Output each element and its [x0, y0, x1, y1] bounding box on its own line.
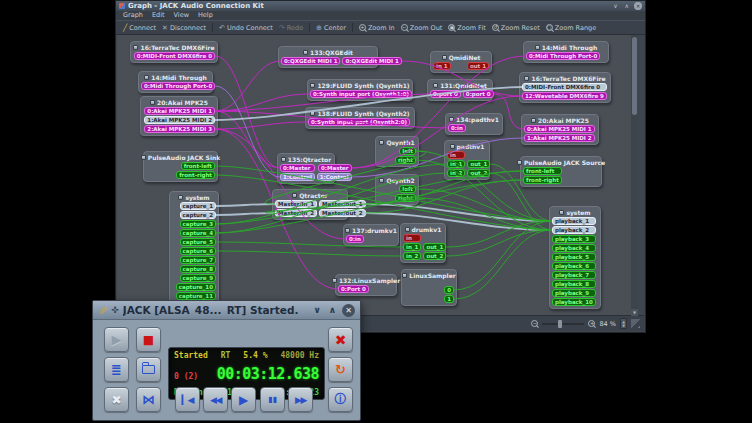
undo-connect-button[interactable]: ↶Undo Connect [216, 23, 276, 33]
port[interactable]: playback_6 [552, 262, 596, 270]
node-pasrc[interactable]: PulseAudio JACK Sourcefront-leftfront-ri… [520, 156, 602, 187]
zoom-stepper[interactable]: ▲▼ [620, 318, 627, 329]
maximize-icon[interactable]: ∧ [623, 2, 631, 10]
transport-forward-button[interactable]: ▶▶ [288, 387, 313, 412]
center-button[interactable]: ⊕Center [313, 23, 349, 33]
zoom-slider-handle[interactable] [558, 320, 562, 328]
port[interactable]: Master/out_1 [319, 200, 365, 208]
resize-grip[interactable] [631, 319, 640, 328]
node-lsm[interactable]: 132:LinuxSampler0:Port 0 [335, 274, 397, 296]
zoom-out-button[interactable]: −Zoom Out [398, 23, 446, 33]
port[interactable]: 0:Midi Through Port-0 [141, 82, 215, 90]
vertical-scrollbar[interactable]: ▼ [631, 35, 638, 316]
node-qmnet[interactable]: QmidiNetin 1out 1 [430, 51, 492, 73]
node-pada[interactable]: padthv1inin_1in_2out_1out_2 [444, 140, 490, 180]
port[interactable]: capture_3 [180, 220, 216, 228]
port[interactable]: front-left [181, 162, 215, 170]
port[interactable]: 0:Akai MPK25 MIDI 1 [524, 125, 595, 133]
about-button[interactable]: ⓘ [328, 387, 353, 412]
stop-button[interactable]: ■ [136, 327, 161, 352]
port[interactable]: 0:QXGEdit MIDI 1 [342, 57, 401, 65]
node-sys_r[interactable]: systemplayback_1playback_2playback_3play… [549, 206, 601, 309]
close-icon[interactable]: ✕ [634, 2, 642, 10]
node-qmnet_a[interactable]: 131:QmidiNet0:port 00:port 0 [427, 79, 493, 101]
node-q2midi[interactable]: 138:FLUID Synth (Qsynth2)0:Synth input p… [305, 107, 415, 129]
port[interactable]: capture_2 [180, 211, 216, 219]
port[interactable]: 0:QXGEdit MIDI 1 [281, 57, 340, 65]
port[interactable]: 12:Wavetable DMX6fire 9 [522, 92, 607, 100]
port[interactable]: 1 [444, 295, 454, 303]
port[interactable]: playback_9 [552, 289, 596, 297]
port[interactable]: 1:Akai MPK25 MIDI 2 [144, 116, 215, 124]
port[interactable]: in 1 [433, 62, 451, 70]
jack-titlebar[interactable]: ✎ ✜ JACK [ALSA_48..._RT] Started. ∨ ∧ ✕ [93, 301, 360, 320]
node-q2a[interactable]: Qsynth2leftright [375, 174, 419, 205]
patchbay-button[interactable]: ⋈ [136, 387, 161, 412]
node-qtrm[interactable]: 135:Qtractor0:Master1:Control0:Master1:C… [277, 153, 335, 184]
connect-button[interactable]: ╱Connect [120, 23, 159, 33]
port[interactable]: playback_2 [552, 226, 596, 234]
node-padm[interactable]: 134:padthv10:in [445, 113, 503, 135]
quit-button[interactable]: ✖ [328, 327, 353, 352]
port[interactable]: left [399, 147, 416, 155]
node-akai_r[interactable]: 20:Akai MPK250:Akai MPK25 MIDI 11:Akai M… [521, 114, 599, 145]
port[interactable]: capture_11 [176, 292, 216, 300]
transport-play-button[interactable]: ▶ [231, 387, 256, 412]
port[interactable]: 0:Synth input port (Qsynth2:0) [308, 118, 410, 126]
port[interactable]: capture_6 [180, 247, 216, 255]
port[interactable]: in_1 [403, 243, 421, 251]
port[interactable]: 0:port 0 [463, 90, 494, 98]
port[interactable]: front-right [176, 171, 215, 179]
port[interactable]: 0:Port 0 [338, 285, 369, 293]
zoom-in-icon[interactable]: + [588, 320, 595, 327]
zoom-in-button[interactable]: +Zoom In [356, 23, 398, 33]
port[interactable]: 0:Midi Through Port-0 [526, 52, 600, 60]
port[interactable]: 1:Control [317, 173, 352, 181]
zoom-range-button[interactable]: ▢Zoom Range [543, 23, 599, 33]
port[interactable]: capture_5 [180, 238, 216, 246]
menu-help[interactable]: Help [198, 11, 213, 20]
port[interactable]: capture_4 [180, 229, 216, 237]
port[interactable]: Master/In_2 [275, 209, 317, 217]
scrollbar-thumb[interactable] [632, 37, 637, 115]
port[interactable]: out_2 [467, 169, 490, 177]
port[interactable]: in_2 [403, 252, 421, 260]
port[interactable]: in_1 [447, 160, 465, 168]
port[interactable]: playback_3 [552, 235, 596, 243]
node-pasink[interactable]: PulseAudio JACK Sinkfront-leftfront-righ… [143, 151, 218, 182]
port[interactable]: in [403, 234, 421, 242]
node-terratec_r[interactable]: 16:TerraTec DMX6Fire0:MIDI-Front DMX6fir… [519, 72, 611, 103]
node-lsa[interactable]: LinuxSampler01 [401, 269, 457, 306]
disconnect-button[interactable]: ✕Disconnect [159, 23, 209, 33]
shade-icon[interactable]: ∨ [311, 304, 322, 316]
port[interactable]: Master/out_2 [319, 209, 365, 217]
shade-icon[interactable]: ∨ [611, 2, 619, 10]
port[interactable]: 0:MIDI-Front DMX6fire 0 [134, 52, 215, 60]
port[interactable]: playback_7 [552, 271, 596, 279]
port[interactable]: front-left [523, 167, 562, 175]
scroll-down-arrow[interactable]: ▼ [631, 309, 638, 316]
zoom-slider[interactable] [542, 323, 584, 325]
node-akai_l[interactable]: 20:Akai MPK250:Akai MPK25 MIDI 11:Akai M… [140, 96, 218, 136]
node-q1midi[interactable]: 129:FLUID Synth (Qsynth1)0:Synth input p… [307, 79, 413, 101]
node-qxgedit[interactable]: 133:QXGEdit0:QXGEdit MIDI 10:QXGEdit MID… [278, 46, 378, 68]
port[interactable]: left [399, 185, 416, 193]
transport-pause-button[interactable]: ▮▮ [260, 387, 285, 412]
port[interactable]: 0:in [346, 235, 364, 243]
menu-graph[interactable]: Graph [123, 11, 143, 20]
graph-titlebar[interactable]: Graph - JACK Audio Connection Kit ∨ ∧ ✕ [116, 1, 645, 11]
status-button[interactable]: ↻ [328, 357, 353, 382]
port[interactable]: playback_4 [552, 244, 596, 252]
port[interactable]: playback_1 [552, 217, 596, 225]
port[interactable]: out_1 [423, 243, 446, 251]
connections-button[interactable]: ✖ [104, 387, 129, 412]
port[interactable]: in_2 [447, 169, 465, 177]
port[interactable]: in [447, 151, 465, 159]
port[interactable]: 1:Control [280, 173, 315, 181]
zoom-reset-button[interactable]: ↺Zoom Reset [489, 23, 543, 33]
close-icon[interactable]: ✕ [342, 304, 355, 317]
port[interactable]: playback_8 [552, 280, 596, 288]
port[interactable]: 0:Akai MPK25 MIDI 1 [144, 107, 215, 115]
node-sys_l[interactable]: systemcapture_1capture_2capture_3capture… [169, 191, 219, 303]
node-terratec_l[interactable]: 16:TerraTec DMX6Fire0:MIDI-Front DMX6fir… [130, 41, 218, 63]
